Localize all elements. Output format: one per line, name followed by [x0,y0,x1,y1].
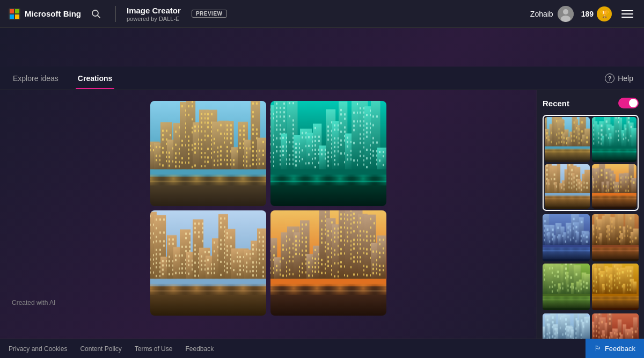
recent-header: Recent [543,98,639,108]
preview-badge: PREVIEW [192,10,227,18]
recent-thumb-1[interactable] [545,117,590,162]
recent-group-2 [543,214,639,310]
tabs-bar: Explore ideas Creations ? Help [0,67,644,90]
recent-thumb-9[interactable] [543,313,590,339]
username: Zohaib [530,10,553,18]
recent-thumb-3[interactable] [545,164,590,209]
recent-label: Recent [543,99,569,108]
svg-rect-3 [10,14,14,19]
image-creator-info: Image Creator powered by DALL-E [127,6,181,22]
feedback-btn-label: Feedback [605,345,635,353]
avatar [558,6,574,22]
header-left: Microsoft Bing Image Creator powered by … [9,5,227,23]
header: Microsoft Bing Image Creator powered by … [0,0,644,28]
terms-link[interactable]: Terms of Use [135,345,173,353]
coins-badge[interactable]: 189 🏆 [581,6,612,21]
grid-image-2[interactable] [270,101,386,206]
svg-line-6 [98,15,100,18]
recent-thumb-2[interactable] [592,117,637,162]
hamburger-menu-icon[interactable] [619,6,635,22]
recent-sidebar: Recent [537,90,644,339]
svg-rect-4 [15,14,19,19]
svg-point-8 [563,9,568,14]
image-creator-title: Image Creator [127,6,181,16]
recent-thumb-5[interactable] [543,214,590,261]
tab-explore-ideas[interactable]: Explore ideas [11,68,61,89]
header-right: Zohaib 189 🏆 [530,6,635,22]
coin-count: 189 [581,10,594,18]
recent-thumb-6[interactable] [592,214,639,261]
recent-group-selected [543,115,639,211]
recent-thumb-10[interactable] [592,313,639,339]
tab-creations[interactable]: Creations [76,68,115,89]
recent-thumb-8[interactable] [592,264,639,311]
svg-rect-1 [10,9,14,13]
footer: Privacy and Cookies Content Policy Terms… [0,339,644,358]
recent-group-3 [543,313,639,339]
main-content: Recent [0,90,644,339]
powered-by-text: powered by DALL-E [127,16,181,22]
toggle-knob [629,99,638,107]
recent-thumb-4[interactable] [592,164,637,209]
image-grid [150,101,386,316]
privacy-link[interactable]: Privacy and Cookies [9,345,67,353]
content-policy-link[interactable]: Content Policy [80,345,121,353]
bing-logo[interactable]: Microsoft Bing [9,8,81,20]
feedback-link[interactable]: Feedback [185,345,214,353]
user-info[interactable]: Zohaib [530,6,574,22]
bing-text: Microsoft Bing [25,9,81,18]
header-divider [115,6,116,22]
created-with-ai-label: Created with AI [12,299,55,306]
grid-image-1[interactable] [150,101,266,206]
help-button[interactable]: ? Help [605,74,633,83]
recent-thumb-7[interactable] [543,264,590,311]
grid-image-3[interactable] [150,210,266,316]
header-search-icon[interactable] [87,5,105,23]
coin-icon: 🏆 [597,6,612,21]
svg-rect-2 [15,9,19,13]
feedback-button[interactable]: 🏳 Feedback [586,339,644,358]
bing-logo-icon [9,8,20,20]
svg-point-9 [561,16,570,22]
recent-toggle[interactable] [618,98,639,108]
help-circle-icon: ? [605,74,614,83]
help-label: Help [618,74,633,83]
image-grid-area [0,90,537,339]
grid-image-4[interactable] [270,210,386,316]
feedback-flag-icon: 🏳 [594,344,602,353]
